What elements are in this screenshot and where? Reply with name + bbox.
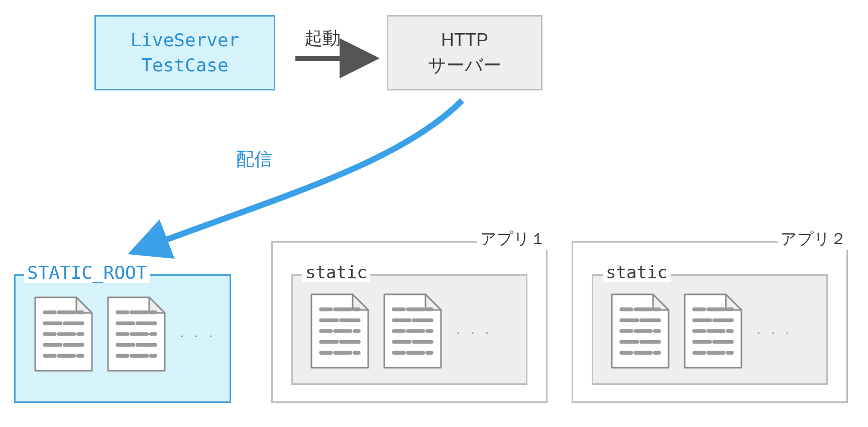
ellipsis: · · · [456, 324, 492, 341]
app2-label: アプリ２ [778, 228, 849, 250]
app2-static-label: static [603, 262, 671, 282]
testcase-line2: TestCase [131, 53, 240, 78]
static-root-label: STATIC_ROOT [24, 262, 150, 283]
live-server-testcase-node: LiveServer TestCase [94, 15, 275, 90]
app1-label: アプリ１ [477, 228, 549, 250]
deliver-arrow-icon [116, 95, 477, 261]
static-root-files: · · · [34, 296, 216, 374]
testcase-line1: LiveServer [131, 28, 240, 53]
http-line1: HTTP [428, 28, 501, 53]
app1-static-label: static [302, 262, 370, 282]
http-line2: サーバー [428, 53, 501, 78]
file-icon [34, 296, 93, 374]
file-icon [310, 293, 369, 371]
file-icon [611, 293, 670, 371]
ellipsis: · · · [180, 327, 216, 344]
launch-arrow-icon [286, 45, 382, 75]
ellipsis: · · · [756, 324, 793, 341]
file-icon [383, 293, 442, 371]
file-icon [684, 293, 742, 371]
app1-files: · · · [310, 293, 492, 371]
http-server-node: HTTP サーバー [387, 15, 542, 90]
file-icon [107, 296, 166, 374]
app2-files: · · · [611, 293, 793, 371]
